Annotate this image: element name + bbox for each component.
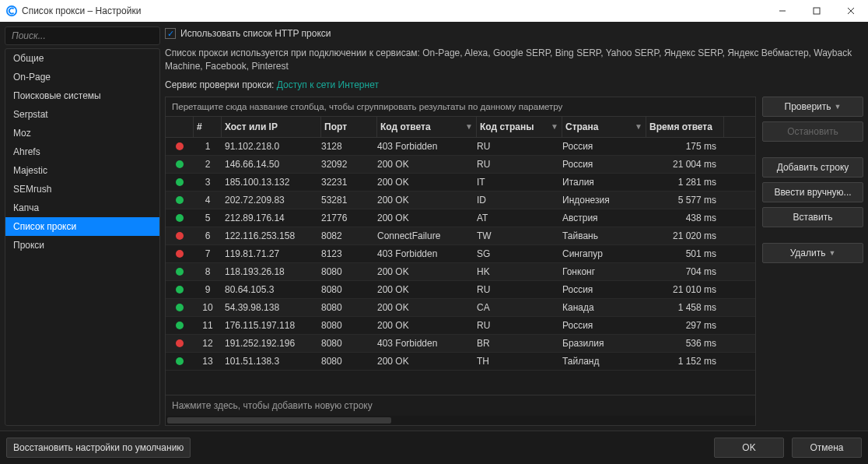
add-row-button[interactable]: Добавить строку	[762, 157, 863, 178]
cell-country-code: TH	[477, 356, 562, 367]
filter-icon[interactable]: ▼	[635, 122, 642, 131]
cell-code: 200 OK	[377, 356, 477, 367]
manual-input-button[interactable]: Ввести вручную...	[762, 182, 863, 202]
col-country[interactable]: Страна▼	[562, 117, 646, 137]
ok-button[interactable]: OK	[714, 438, 784, 458]
sidebar-item[interactable]: Majestic	[5, 161, 159, 180]
app-icon	[6, 5, 17, 16]
cell-port: 21776	[321, 213, 377, 223]
cell-host: 54.39.98.138	[222, 302, 321, 313]
col-country-code[interactable]: Код страны▼	[477, 117, 562, 137]
cell-country: Италия	[562, 177, 646, 188]
cell-country-code: AT	[477, 213, 562, 223]
cancel-button[interactable]: Отмена	[792, 438, 862, 458]
maximize-button[interactable]	[800, 0, 834, 22]
cell-host: 191.252.192.196	[222, 338, 321, 349]
col-status[interactable]	[166, 117, 194, 137]
sidebar-item[interactable]: Капча	[5, 199, 159, 217]
col-number[interactable]: #	[194, 117, 222, 137]
table-row[interactable]: 191.102.218.03128403 ForbiddenRUРоссия17…	[166, 138, 755, 156]
table-row[interactable]: 8118.193.26.188080200 OKHKГонконг704 ms	[166, 263, 755, 281]
table-row[interactable]: 11176.115.197.1188080200 OKRUРоссия297 m…	[166, 317, 755, 335]
cell-time: 1 281 ms	[646, 177, 724, 188]
cell-country: Россия	[562, 159, 646, 170]
table-row[interactable]: 6122.116.253.1588082ConnectFailureTWТайв…	[166, 227, 755, 245]
table-row[interactable]: 5212.89.176.1421776200 OKATАвстрия438 ms	[166, 209, 755, 227]
cell-country-code: TW	[477, 230, 562, 241]
filter-icon[interactable]: ▼	[465, 122, 473, 131]
close-button[interactable]	[834, 0, 868, 22]
table-row[interactable]: 7119.81.71.278123403 ForbiddenSGСингапур…	[166, 245, 755, 263]
use-http-proxy-checkbox[interactable]: ✓	[165, 28, 176, 39]
sidebar-item[interactable]: Moz	[5, 124, 159, 142]
sidebar-item[interactable]: Список прокси	[5, 217, 159, 236]
cell-country: Индонезия	[562, 195, 646, 206]
filter-icon[interactable]: ▼	[551, 122, 558, 131]
cell-host: 122.116.253.158	[222, 230, 321, 241]
cell-country-code: RU	[477, 284, 562, 295]
minimize-button[interactable]	[765, 0, 800, 22]
col-port[interactable]: Порт	[321, 117, 377, 137]
check-button[interactable]: Проверить▼	[762, 97, 863, 117]
cell-port: 8080	[321, 338, 377, 349]
sidebar-item[interactable]: Общие	[5, 49, 159, 68]
paste-button[interactable]: Вставить	[762, 207, 863, 227]
cell-country-code: SG	[477, 248, 562, 259]
table-row[interactable]: 980.64.105.38080200 OKRUРоссия21 010 ms	[166, 281, 755, 299]
col-response-time[interactable]: Время ответа	[646, 117, 724, 137]
search-input[interactable]: Поиск...	[5, 26, 160, 45]
cell-country: Тайвань	[562, 230, 646, 241]
cell-country: Австрия	[562, 213, 646, 223]
cell-host: 212.89.176.14	[222, 213, 321, 223]
cell-country-code: CA	[477, 302, 562, 313]
table-row[interactable]: 12191.252.192.1968080403 ForbiddenBRБраз…	[166, 335, 755, 353]
status-dot-icon	[176, 339, 184, 347]
table-row[interactable]: 4202.72.209.8353281200 OKIDИндонезия5 57…	[166, 192, 755, 209]
cell-country: Тайланд	[562, 356, 646, 367]
cell-country-code: ID	[477, 195, 562, 206]
restore-defaults-button[interactable]: Восстановить настройки по умолчанию	[6, 438, 191, 458]
cell-time: 536 ms	[646, 338, 724, 349]
col-response-code[interactable]: Код ответа▼	[377, 117, 477, 137]
proxy-description: Список прокси используется при подключен…	[165, 47, 863, 73]
cell-port: 53281	[321, 195, 377, 206]
sidebar-item[interactable]: Прокси	[5, 236, 159, 255]
table-row[interactable]: 3185.100.13.13232231200 OKITИталия1 281 …	[166, 174, 755, 192]
delete-button[interactable]: Удалить▼	[762, 243, 863, 263]
service-link[interactable]: Доступ к сети Интернет	[277, 79, 379, 90]
cell-number: 3	[194, 177, 222, 188]
cell-code: ConnectFailure	[377, 230, 477, 241]
sidebar-item[interactable]: Ahrefs	[5, 142, 159, 161]
add-new-row-hint[interactable]: Нажмите здесь, чтобы добавить новую стро…	[166, 395, 755, 416]
table-row[interactable]: 1054.39.98.1388080200 OKCAКанада1 458 ms	[166, 299, 755, 317]
cell-time: 438 ms	[646, 213, 724, 223]
table-row[interactable]: 2146.66.14.5032092200 OKRUРоссия21 004 m…	[166, 156, 755, 174]
cell-country: Россия	[562, 284, 646, 295]
cell-port: 32231	[321, 177, 377, 188]
cell-host: 146.66.14.50	[222, 159, 321, 170]
cell-time: 21 020 ms	[646, 230, 724, 241]
cell-country: Гонконг	[562, 266, 646, 277]
cell-number: 10	[194, 302, 222, 313]
sidebar-item[interactable]: Поисковые системы	[5, 86, 159, 105]
cell-host: 202.72.209.83	[222, 195, 321, 206]
stop-button[interactable]: Остановить	[762, 121, 863, 142]
cell-number: 11	[194, 320, 222, 331]
cell-country: Россия	[562, 320, 646, 331]
group-by-hint[interactable]: Перетащите сюда название столбца, чтобы …	[166, 97, 755, 117]
cell-country: Канада	[562, 302, 646, 313]
cell-host: 118.193.26.18	[222, 266, 321, 277]
grid-header: # Хост или IP Порт Код ответа▼ Код стран…	[166, 117, 755, 138]
cell-port: 8123	[321, 248, 377, 259]
cell-time: 21 004 ms	[646, 159, 724, 170]
sidebar-item[interactable]: On-Page	[5, 68, 159, 86]
horizontal-scrollbar[interactable]	[166, 416, 755, 425]
col-host[interactable]: Хост или IP	[222, 117, 321, 137]
sidebar-item[interactable]: SEMrush	[5, 180, 159, 199]
status-dot-icon	[176, 160, 184, 168]
cell-time: 297 ms	[646, 320, 724, 331]
proxy-grid: Перетащите сюда название столбца, чтобы …	[165, 97, 756, 426]
cell-port: 8080	[321, 320, 377, 331]
table-row[interactable]: 13101.51.138.38080200 OKTHТайланд1 152 m…	[166, 353, 755, 371]
sidebar-item[interactable]: Serpstat	[5, 105, 159, 124]
